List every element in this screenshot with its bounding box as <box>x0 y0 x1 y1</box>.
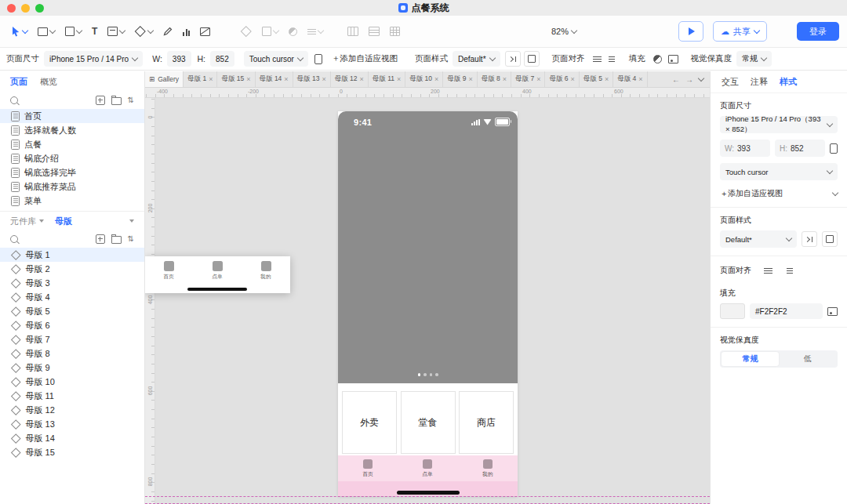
master-item[interactable]: 母版 1 <box>0 248 144 262</box>
master-item[interactable]: 母版 11 <box>0 389 144 403</box>
close-window-button[interactable] <box>7 4 16 13</box>
height-input[interactable]: 852 <box>210 51 234 67</box>
card-shop[interactable]: 商店 <box>459 391 514 454</box>
master-item[interactable]: 母版 7 <box>0 332 144 346</box>
tab-style[interactable]: 样式 <box>780 76 797 88</box>
sort-icon[interactable]: ⇅ <box>128 235 134 243</box>
login-button[interactable]: 登录 <box>797 22 839 41</box>
page-item[interactable]: 选择就餐人数 <box>0 123 144 137</box>
canvas-tab[interactable]: 母版 7× <box>511 71 545 87</box>
add-page-icon[interactable] <box>96 96 105 105</box>
master-item[interactable]: 母版 6 <box>0 318 144 332</box>
close-icon[interactable]: × <box>468 76 472 83</box>
cursor-style-select[interactable]: Touch cursor <box>720 163 838 180</box>
triangle-down-icon[interactable] <box>39 219 44 223</box>
page-item[interactable]: 锅底介绍 <box>0 151 144 165</box>
annotation-tool-button[interactable] <box>197 21 213 42</box>
fill-hex-input[interactable]: #F2F2F2 <box>750 303 823 319</box>
width-input[interactable]: 393 <box>167 51 191 67</box>
layout-rows-button[interactable] <box>365 21 383 42</box>
close-icon[interactable]: × <box>397 76 401 83</box>
tab-comment[interactable]: 注释 <box>751 76 768 88</box>
master-item[interactable]: 母版 4 <box>0 290 144 304</box>
folder-icon[interactable] <box>111 97 122 105</box>
style-detach-button[interactable] <box>822 231 838 247</box>
close-icon[interactable]: × <box>284 76 288 83</box>
library-tab-masters[interactable]: 母版 <box>55 216 72 227</box>
chevron-down-icon[interactable] <box>119 27 125 33</box>
canvas-tab[interactable]: 母版 14× <box>256 71 293 87</box>
zoom-window-button[interactable] <box>35 4 44 13</box>
fill-color-icon[interactable] <box>653 55 662 63</box>
phone-artboard[interactable]: 9:41 <box>338 111 518 496</box>
tabs-list-icon[interactable] <box>698 74 704 81</box>
canvas-tab[interactable]: 母版 11× <box>369 71 405 87</box>
master-item[interactable]: 母版 10 <box>0 375 144 389</box>
move-tool-button[interactable] <box>8 21 31 42</box>
style-enter-button[interactable] <box>802 231 817 247</box>
cursor-style-select[interactable]: Touch cursor <box>244 51 308 67</box>
master-component-preview[interactable]: 首页 点单 我的 <box>145 256 290 293</box>
style-detach-button[interactable] <box>524 51 540 67</box>
library-label[interactable]: 元件库 <box>10 216 36 227</box>
hero-image-placeholder[interactable]: 9:41 <box>338 111 518 383</box>
minimize-window-button[interactable] <box>21 4 30 13</box>
tabs-back-icon[interactable]: ← <box>672 75 680 84</box>
canvas-tab[interactable]: 母版 4× <box>613 71 647 87</box>
style-enter-button[interactable] <box>505 51 521 67</box>
card-takeout[interactable]: 外卖 <box>342 391 397 454</box>
close-icon[interactable]: × <box>209 76 213 83</box>
fidelity-select[interactable]: 常规 <box>736 51 772 67</box>
card-dinein[interactable]: 堂食 <box>401 391 456 454</box>
tabs-forward-icon[interactable]: → <box>685 75 693 84</box>
preview-item-order[interactable]: 点单 <box>212 261 223 281</box>
height-input[interactable]: H: 852 <box>775 140 825 157</box>
mask-button[interactable] <box>285 21 300 42</box>
close-icon[interactable]: × <box>322 76 325 83</box>
preview-play-button[interactable] <box>678 21 703 42</box>
page-item[interactable]: 锅底推荐菜品 <box>0 179 144 194</box>
text-tool-button[interactable]: T <box>89 21 100 42</box>
close-icon[interactable]: × <box>503 76 507 83</box>
tab-overview[interactable]: 概览 <box>40 76 57 88</box>
chevron-down-icon[interactable] <box>76 27 82 33</box>
master-item[interactable]: 母版 9 <box>0 361 144 375</box>
canvas-tab[interactable]: 母版 9× <box>443 71 477 87</box>
master-item[interactable]: 母版 3 <box>0 276 144 290</box>
fill-color-swatch[interactable] <box>720 303 745 319</box>
add-adaptive-view-button[interactable]: ＋添加自适应视图 <box>720 188 838 199</box>
device-select[interactable]: iPhone 15 Pro / 14 Pro <box>44 51 143 67</box>
collapse-icon[interactable] <box>129 219 134 223</box>
close-icon[interactable]: × <box>638 76 642 83</box>
close-icon[interactable]: × <box>246 76 250 83</box>
master-item[interactable]: 母版 13 <box>0 417 144 431</box>
page-item[interactable]: 首页 <box>0 109 144 123</box>
page-item[interactable]: 锅底选择完毕 <box>0 165 144 179</box>
component-tool-button[interactable] <box>132 21 156 42</box>
canvas-tab[interactable]: 母版 8× <box>478 71 511 87</box>
chevron-down-icon[interactable] <box>22 27 28 33</box>
master-item[interactable]: 母版 5 <box>0 304 144 318</box>
board-tool-button[interactable] <box>104 21 128 42</box>
tab-pages[interactable]: 页面 <box>10 76 27 88</box>
add-master-icon[interactable] <box>96 234 105 244</box>
search-icon[interactable] <box>10 96 18 104</box>
preview-item-home[interactable]: 首页 <box>163 261 174 281</box>
device-select[interactable]: iPhone 15 Pro / 14 Pro（393 × 852） <box>720 116 838 133</box>
page-style-select[interactable]: Default* <box>720 230 797 248</box>
master-item[interactable]: 母版 2 <box>0 262 144 276</box>
tab-gallery[interactable]: ⊞ Gallery <box>145 71 184 87</box>
close-icon[interactable]: × <box>360 76 364 83</box>
align-left-icon[interactable] <box>764 267 772 274</box>
close-icon[interactable]: × <box>536 76 540 83</box>
folder-icon[interactable] <box>111 236 122 244</box>
zoom-control[interactable]: 82% <box>551 27 576 36</box>
create-component-button[interactable] <box>238 21 255 42</box>
master-item[interactable]: 母版 8 <box>0 346 144 361</box>
frame-tool-button[interactable] <box>35 21 58 42</box>
canvas-viewport[interactable]: 0 200 400 600 800 9:41 <box>145 98 710 504</box>
align-left-icon[interactable] <box>593 56 602 63</box>
page-item[interactable]: 菜单 <box>0 194 144 208</box>
pen-tool-button[interactable] <box>160 21 176 42</box>
layout-columns-button[interactable] <box>344 21 362 42</box>
